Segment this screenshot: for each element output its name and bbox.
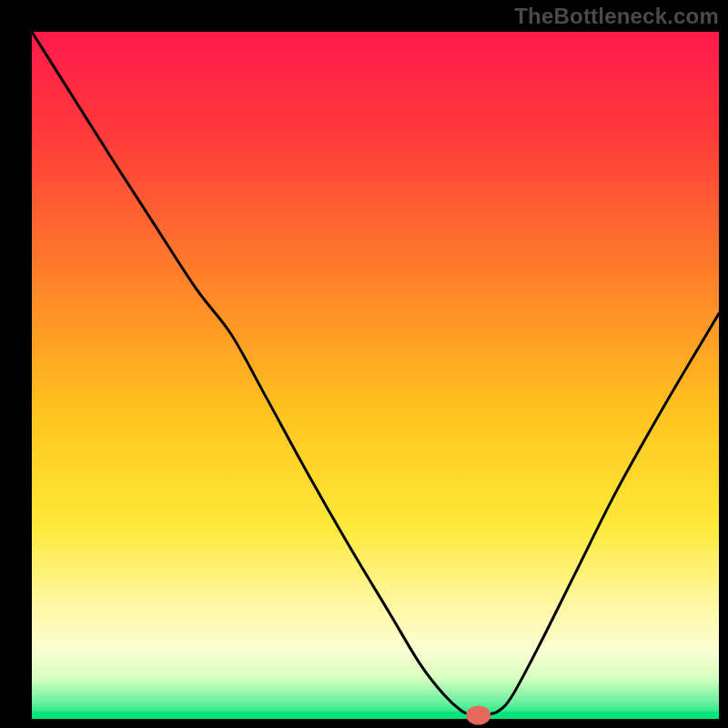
optimal-marker (466, 705, 490, 724)
green-baseline-band (32, 712, 719, 719)
chart-frame: TheBottleneck.com (0, 0, 728, 728)
plot-background (32, 32, 719, 719)
chart-svg (0, 0, 728, 728)
